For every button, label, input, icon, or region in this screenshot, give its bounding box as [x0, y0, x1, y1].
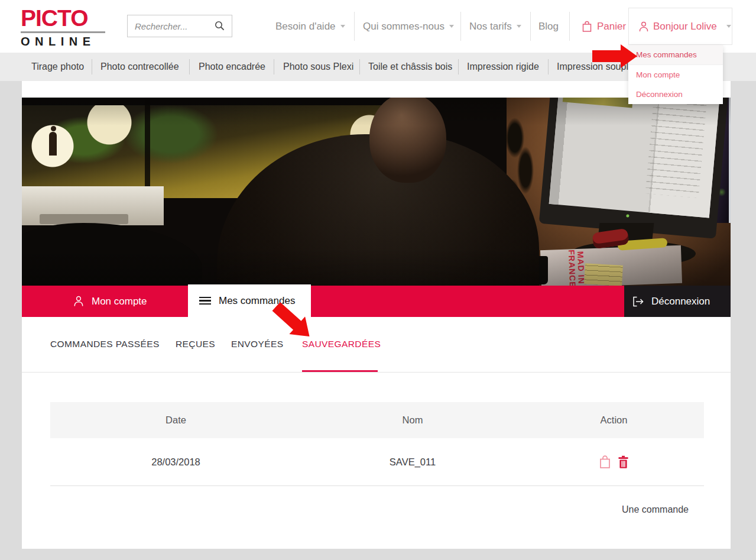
- tab-envoyees[interactable]: ENVOYÉES: [231, 339, 283, 349]
- hero-monitor-bezel: [145, 98, 150, 199]
- nav-divider: [354, 12, 355, 41]
- nav-label: Blog: [538, 21, 559, 33]
- person-icon: [73, 295, 85, 307]
- deconnexion-label: Déconnexion: [651, 296, 710, 307]
- nav-blog[interactable]: Blog: [538, 0, 559, 53]
- mon-compte-label: Mon compte: [92, 296, 147, 307]
- column-header-date: Date: [50, 415, 301, 426]
- cart-label: Panier: [597, 21, 626, 33]
- subnav-divider: [274, 59, 274, 75]
- order-name: SAVE_011: [301, 457, 524, 468]
- dropdown-item-mes-commandes[interactable]: Mes commandes: [628, 45, 723, 65]
- subnav-photo-sous-plexi[interactable]: Photo sous Plexi: [283, 53, 353, 81]
- nav-label: Nos tarifs: [469, 21, 512, 33]
- subnav-impression-rigide[interactable]: Impression rigide: [467, 53, 539, 81]
- hero-chair: [22, 223, 202, 286]
- account-bar-mon-compte[interactable]: Mon compte: [73, 286, 147, 317]
- subnav-divider: [458, 59, 459, 75]
- cart-button[interactable]: Panier: [581, 0, 626, 53]
- column-header-action: Action: [524, 415, 704, 426]
- chevron-down-icon: [340, 25, 345, 28]
- table-row: 28/03/2018 SAVE_011: [50, 438, 704, 486]
- hero-ceiling: [22, 98, 412, 105]
- chevron-down-icon: [517, 25, 521, 28]
- order-date: 28/03/2018: [50, 457, 301, 468]
- hero-screen-figure: [49, 132, 57, 156]
- dropdown-item-mon-compte[interactable]: Mon compte: [628, 65, 723, 85]
- tab-commandes-passees[interactable]: COMMANDES PASSÉES: [50, 339, 160, 349]
- person-icon: [638, 21, 650, 33]
- nav-besoin-daide[interactable]: Besoin d'aide: [275, 0, 345, 53]
- logo-picto-text: PICTO: [21, 6, 109, 31]
- account-menu-button[interactable]: Bonjour Lolive: [628, 8, 732, 45]
- nav-divider: [530, 12, 531, 41]
- tab-sauvegardees[interactable]: SAUVEGARDÉES: [302, 339, 381, 349]
- dropdown-item-deconnexion[interactable]: Déconnexion: [628, 85, 723, 104]
- shopping-bag-icon: [581, 20, 593, 33]
- search-icon[interactable]: [214, 20, 226, 34]
- account-bar-deconnexion[interactable]: Déconnexion: [631, 286, 710, 317]
- hero-screen-figure: [51, 126, 56, 131]
- chevron-down-icon: [449, 25, 454, 28]
- account-bar-mes-commandes-active-tab[interactable]: Mes commandes: [188, 284, 311, 317]
- trash-icon[interactable]: [618, 455, 629, 469]
- subnav-photo-contrecollee[interactable]: Photo contrecollée: [100, 53, 179, 81]
- orders-table-header: Date Nom Action: [50, 402, 704, 438]
- hero-sticky-note: [584, 263, 623, 286]
- subnav-photo-encadree[interactable]: Photo encadrée: [199, 53, 265, 81]
- subnav-divider: [189, 59, 190, 75]
- tabs-bottom-border: [22, 372, 731, 373]
- logo-divider-line: [21, 31, 105, 33]
- account-dropdown: Mes commandes Mon compte Déconnexion: [628, 45, 723, 104]
- active-tab-underline: [302, 370, 378, 372]
- hero-monitor-led: [626, 214, 629, 217]
- hero-right-monitor: [539, 98, 728, 239]
- subnav-divider: [359, 59, 360, 75]
- subnav-tirage-photo[interactable]: Tirage photo: [31, 53, 84, 81]
- nav-nos-tarifs[interactable]: Nos tarifs: [469, 0, 521, 53]
- hamburger-menu-icon: [199, 295, 211, 307]
- hero-person-head: [369, 98, 446, 183]
- hero-screen-panel-lines: [645, 98, 707, 198]
- subnav-toile-chassis-bois[interactable]: Toile et châssis bois: [368, 53, 452, 81]
- logo[interactable]: PICTO ONLINE: [21, 6, 109, 48]
- chevron-down-icon: [726, 25, 731, 28]
- orders-count-summary: Une commande: [532, 504, 689, 515]
- nav-divider: [569, 12, 570, 41]
- logout-icon: [631, 296, 644, 307]
- search-input[interactable]: [135, 15, 212, 37]
- mes-commandes-label: Mes commandes: [219, 295, 295, 307]
- tab-recues[interactable]: REÇUES: [176, 339, 215, 349]
- subnav-divider: [548, 59, 549, 75]
- logo-online-text: ONLINE: [21, 35, 109, 48]
- add-to-cart-icon[interactable]: [599, 455, 611, 469]
- nav-qui-sommes-nous[interactable]: Qui sommes-nous: [363, 0, 454, 53]
- subnav-impression-souple[interactable]: Impression souple: [557, 53, 634, 81]
- hero-photo: MAD IN FRANCE: [22, 98, 731, 286]
- search-box: [127, 15, 232, 37]
- nav-divider: [460, 12, 461, 41]
- subnav-divider: [92, 59, 92, 75]
- nav-label: Besoin d'aide: [275, 21, 336, 33]
- column-header-nom: Nom: [301, 415, 524, 426]
- nav-label: Qui sommes-nous: [363, 21, 444, 33]
- picto-online-page: PICTO ONLINE Besoin d'aide Qui sommes-no…: [0, 0, 756, 560]
- order-actions: [524, 455, 704, 469]
- account-greeting-label: Bonjour Lolive: [653, 21, 717, 33]
- hero-box-text: MAD IN FRANCE: [549, 250, 586, 286]
